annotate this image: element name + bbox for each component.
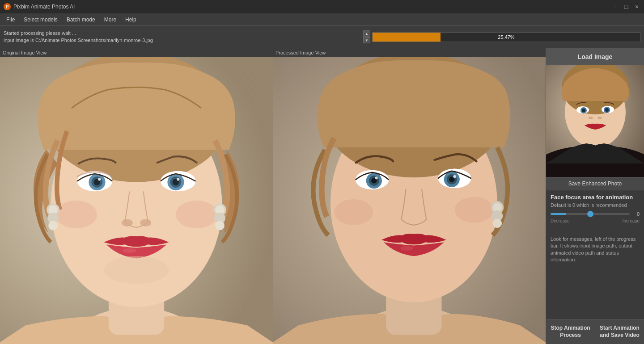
scroll-up-button[interactable]: ▲ [363, 30, 370, 37]
thumbnail-area [546, 65, 644, 177]
status-text: Started processing please wait ... input… [4, 30, 360, 44]
slider-value: 0 [632, 211, 640, 217]
svg-point-26 [48, 221, 58, 231]
close-button[interactable]: × [633, 3, 640, 10]
scroll-controls: ▲ ▼ [363, 30, 370, 43]
slider-row: 0 [551, 211, 640, 217]
svg-point-42 [375, 176, 377, 179]
svg-point-22 [104, 256, 169, 284]
original-image [0, 57, 273, 344]
menu-more[interactable]: More [100, 15, 121, 25]
menu-file[interactable]: File [2, 15, 19, 25]
start-animation-button[interactable]: Start Animation and Save Video [595, 319, 644, 344]
bottom-buttons: Stop Animation Process Start Animation a… [546, 319, 644, 344]
app-title: Pixbim Animate Photos AI [13, 4, 75, 10]
original-panel-label: Original Image View [0, 48, 273, 57]
maximize-button[interactable]: □ [623, 3, 630, 10]
titlebar: P Pixbim Animate Photos AI − □ × [0, 0, 644, 13]
scroll-down-button[interactable]: ▼ [363, 37, 370, 43]
svg-point-21 [176, 201, 217, 228]
processed-panel-label: Processed Image View [273, 48, 546, 57]
face-focus-title: Face focus area for animation [551, 194, 640, 201]
main-area: Original Image View [0, 48, 644, 344]
menu-help[interactable]: Help [121, 15, 141, 25]
image-area: Original Image View [0, 48, 546, 344]
face-focus-section: Face focus area for animation Default is… [546, 190, 644, 232]
info-message: Look for messages, left of the progress … [546, 232, 644, 319]
svg-point-47 [453, 175, 456, 178]
svg-point-50 [454, 197, 493, 223]
processed-panel: Processed Image View [273, 48, 546, 344]
minimize-button[interactable]: − [612, 3, 619, 10]
svg-point-68 [597, 117, 602, 119]
menu-batch-mode[interactable]: Batch mode [62, 15, 100, 25]
processed-image [273, 57, 546, 344]
progress-bar: 25.47% [372, 32, 640, 42]
svg-point-49 [334, 199, 373, 225]
svg-point-48 [400, 246, 413, 250]
app-icon: P [4, 3, 11, 10]
svg-point-63 [582, 109, 585, 112]
svg-point-17 [122, 219, 133, 227]
titlebar-left: P Pixbim Animate Photos AI [4, 3, 75, 10]
stop-animation-button[interactable]: Stop Animation Process [546, 319, 595, 344]
menubar: File Select models Batch mode More Help [0, 13, 644, 26]
svg-point-11 [98, 178, 101, 180]
progress-container: ▲ ▼ 25.47% [363, 30, 640, 43]
svg-point-67 [589, 117, 593, 119]
original-panel: Original Image View [0, 48, 273, 344]
menu-select-models[interactable]: Select models [19, 15, 62, 25]
titlebar-controls: − □ × [612, 3, 640, 10]
slider-labels: Decrease Increase [551, 218, 640, 223]
svg-point-54 [492, 218, 502, 228]
progress-text: 25.47% [373, 34, 640, 40]
svg-point-19 [123, 248, 136, 253]
panels: Original Image View [0, 48, 546, 344]
svg-point-20 [55, 201, 97, 228]
svg-point-18 [140, 219, 151, 227]
statusbar: Started processing please wait ... input… [0, 26, 644, 48]
load-image-button[interactable]: Load Image [546, 48, 644, 65]
face-focus-slider[interactable] [551, 213, 630, 215]
sidebar: Load Image [546, 48, 644, 344]
face-focus-subtitle: Default is 0 which is recommended [551, 202, 640, 208]
slider-increase-label: Increase [623, 218, 640, 223]
slider-decrease-label: Decrease [551, 218, 570, 223]
svg-point-66 [605, 108, 609, 112]
svg-point-30 [215, 221, 225, 231]
svg-point-16 [177, 178, 179, 180]
save-enhanced-button[interactable]: Save Enhanced Photo [546, 177, 644, 190]
